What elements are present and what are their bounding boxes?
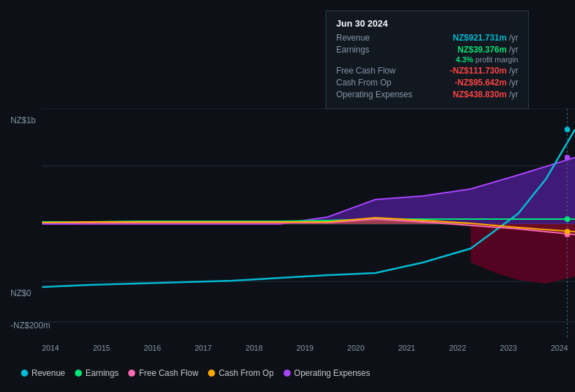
chart-svg — [42, 108, 575, 340]
x-label-2015: 2015 — [93, 344, 110, 352]
x-label-2024: 2024 — [550, 344, 567, 352]
x-label-2022: 2022 — [449, 344, 466, 352]
legend-item-earnings[interactable]: Earnings — [75, 368, 118, 378]
fcf-dot — [128, 370, 135, 377]
x-label-2014: 2014 — [42, 344, 59, 352]
revenue-value: NZ$921.731m /yr — [453, 33, 518, 43]
earnings-label: Earnings — [336, 45, 369, 55]
cashfromop-dot — [208, 370, 215, 377]
cashfromop-label: Cash From Op — [336, 78, 392, 88]
y-label-top: NZ$1b — [11, 115, 36, 125]
tooltip-date: Jun 30 2024 — [336, 18, 518, 29]
x-label-2021: 2021 — [398, 344, 415, 352]
x-label-2019: 2019 — [296, 344, 313, 352]
cashfromop-value: -NZ$95.642m /yr — [455, 78, 518, 88]
opex-value: NZ$438.830m /yr — [453, 90, 518, 99]
revenue-dot — [21, 370, 28, 377]
legend-item-opex[interactable]: Operating Expenses — [284, 368, 370, 378]
earnings-dot — [75, 370, 82, 377]
legend-label-earnings: Earnings — [85, 368, 118, 378]
tooltip-row-earnings: Earnings NZ$39.376m /yr — [336, 45, 518, 55]
profit-margin-text: 4.3% profit margin — [456, 55, 518, 64]
legend-label-revenue: Revenue — [32, 368, 65, 378]
fcf-value: -NZ$111.730m /yr — [450, 66, 518, 76]
fcf-label: Free Cash Flow — [336, 66, 396, 76]
svg-point-10 — [564, 155, 570, 160]
x-label-2020: 2020 — [347, 344, 364, 352]
tooltip-row-cashfromop: Cash From Op -NZ$95.642m /yr — [336, 78, 518, 88]
svg-point-6 — [564, 127, 570, 132]
legend-item-fcf[interactable]: Free Cash Flow — [128, 368, 198, 378]
tooltip-row-opex: Operating Expenses NZ$438.830m /yr — [336, 90, 518, 99]
x-label-2018: 2018 — [246, 344, 263, 352]
legend-item-revenue[interactable]: Revenue — [21, 368, 65, 378]
legend-label-opex: Operating Expenses — [294, 368, 370, 378]
opex-dot — [284, 370, 291, 377]
legend-label-cashfromop: Cash From Op — [219, 368, 274, 378]
legend-label-fcf: Free Cash Flow — [139, 368, 198, 378]
profit-margin-row: 4.3% profit margin — [336, 55, 518, 64]
tooltip-row-fcf: Free Cash Flow -NZ$111.730m /yr — [336, 66, 518, 76]
legend-item-cashfromop[interactable]: Cash From Op — [208, 368, 274, 378]
x-label-2023: 2023 — [500, 344, 517, 352]
svg-point-9 — [564, 229, 570, 234]
x-axis: 2014 2015 2016 2017 2018 2019 2020 2021 … — [42, 344, 568, 352]
opex-label: Operating Expenses — [336, 90, 413, 99]
revenue-label: Revenue — [336, 33, 370, 43]
tooltip-row-revenue: Revenue NZ$921.731m /yr — [336, 33, 518, 43]
y-label-zero: NZ$0 — [11, 288, 31, 298]
x-label-2017: 2017 — [195, 344, 212, 352]
svg-point-7 — [564, 216, 570, 222]
earnings-value: NZ$39.376m /yr — [457, 45, 518, 55]
x-label-2016: 2016 — [144, 344, 160, 352]
legend: Revenue Earnings Free Cash Flow Cash Fro… — [21, 368, 370, 378]
tooltip-card: Jun 30 2024 Revenue NZ$921.731m /yr Earn… — [326, 10, 529, 109]
